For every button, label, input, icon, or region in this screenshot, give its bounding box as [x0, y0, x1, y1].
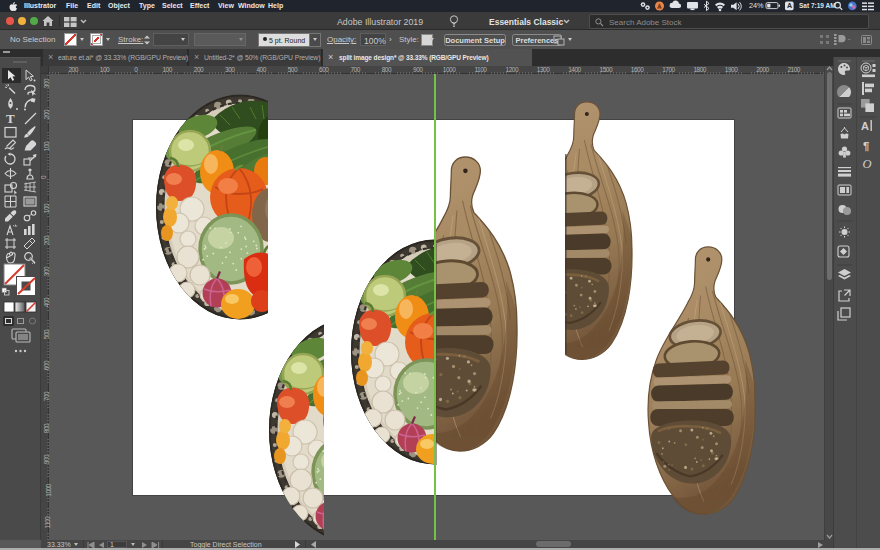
svg-text:A: A [787, 2, 792, 9]
svg-text:O: O [863, 157, 872, 171]
svg-text:Sat 7:19 AM: Sat 7:19 AM [799, 2, 836, 9]
svg-text:¶: ¶ [863, 140, 870, 152]
svg-text:T: T [6, 111, 15, 126]
svg-text:A: A [861, 120, 869, 132]
svg-text:24%: 24% [749, 1, 764, 10]
